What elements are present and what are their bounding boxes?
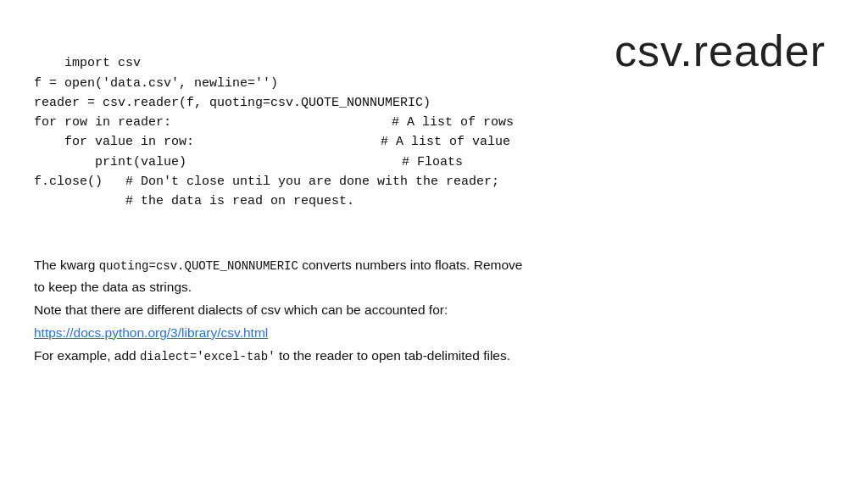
code-line-6: print(value)# Floats [34, 155, 463, 169]
prose-line-2: to keep the data as strings. [34, 277, 834, 298]
prose-line-1: The kwarg quoting=csv.QUOTE_NONNUMERIC c… [34, 255, 834, 276]
page-container: csv.reader import csv f = open('data.csv… [0, 0, 868, 488]
code-line-3: reader = csv.reader(f, quoting=csv.QUOTE… [34, 96, 431, 110]
code-line-2: f = open('data.csv', newline='') [34, 76, 278, 91]
code-line-1: import csv [64, 56, 141, 70]
code-line-4: for row in reader:# A list of rows [34, 115, 514, 130]
docs-link[interactable]: https://docs.python.org/3/library/csv.ht… [34, 325, 268, 340]
prose-link-line: https://docs.python.org/3/library/csv.ht… [34, 323, 834, 344]
code-line-5: for value in row:# A list of value [34, 135, 510, 149]
page-title: csv.reader [615, 25, 826, 76]
prose-section: The kwarg quoting=csv.QUOTE_NONNUMERIC c… [34, 255, 834, 367]
code-line-8: # the data is read on request. [34, 194, 354, 208]
code-line-7: f.close() # Don't close until you are do… [34, 175, 499, 189]
prose-line-4: For example, add dialect='excel-tab' to … [34, 346, 834, 367]
prose-line-3: Note that there are different dialects o… [34, 300, 834, 321]
